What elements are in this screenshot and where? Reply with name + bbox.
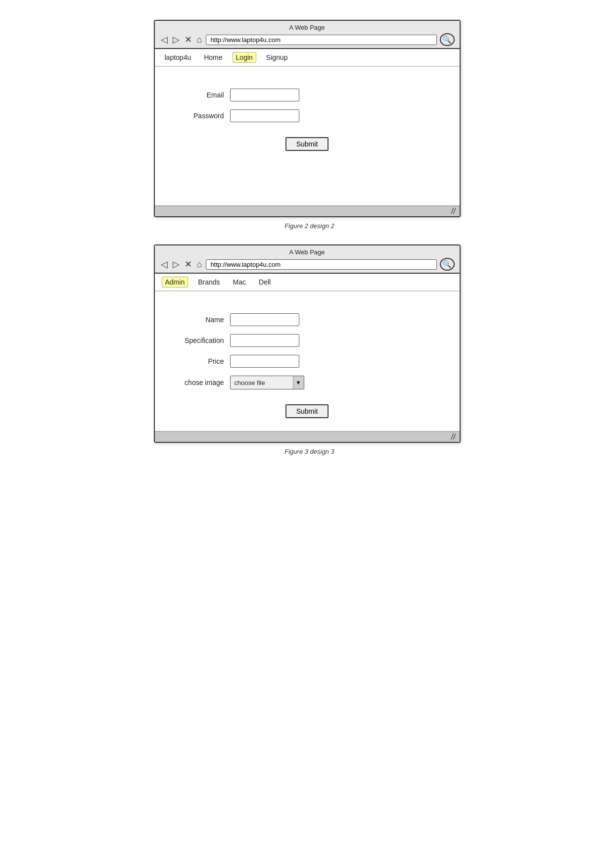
- form-group-name: Name: [170, 313, 445, 326]
- browser-navbar-2: laptop4u Home Login Signup: [155, 49, 460, 67]
- browser-titlebar-2: A Web Page ◁ ▷ ✕ ⌂ 🔍: [155, 21, 460, 49]
- browser-window-figure3: A Web Page ◁ ▷ ✕ ⌂ 🔍 Admin Brands Mac De…: [154, 244, 461, 443]
- submit-row-3: Submit: [170, 404, 445, 418]
- name-label: Name: [170, 316, 224, 324]
- name-input[interactable]: [230, 313, 299, 326]
- password-label: Password: [170, 112, 224, 120]
- resize-icon-2: //: [451, 207, 456, 216]
- home-button-2[interactable]: ⌂: [196, 35, 203, 44]
- browser-footer-3: //: [155, 431, 460, 442]
- address-bar-3[interactable]: [206, 259, 436, 270]
- figure3-caption: Figure 3 design 3: [284, 448, 334, 455]
- forward-button-3[interactable]: ▷: [172, 260, 181, 269]
- figure2-caption: Figure 2 design 2: [284, 222, 334, 230]
- specification-input[interactable]: [230, 334, 299, 347]
- specification-label: Specification: [170, 337, 224, 344]
- form-group-price: Price: [170, 355, 445, 368]
- submit-button-2[interactable]: Submit: [285, 137, 329, 151]
- browser-titlebar-3: A Web Page ◁ ▷ ✕ ⌂ 🔍: [155, 245, 460, 274]
- nav-login-2[interactable]: Login: [233, 52, 256, 63]
- forward-button-2[interactable]: ▷: [172, 35, 181, 44]
- email-label: Email: [170, 91, 224, 99]
- chose-image-label: chose image: [170, 379, 224, 386]
- browser-footer-2: //: [155, 205, 460, 216]
- form-group-image: chose image choose file ▼: [170, 376, 445, 389]
- nav-home-2[interactable]: Home: [201, 52, 225, 62]
- browser-window-figure2: A Web Page ◁ ▷ ✕ ⌂ 🔍 laptop4u Home Login…: [154, 20, 461, 217]
- nav-admin-3[interactable]: Admin: [162, 277, 189, 288]
- browser-content-3: Name Specification Price chose image cho…: [155, 291, 460, 431]
- nav-dell-3[interactable]: Dell: [256, 277, 274, 287]
- search-icon-2: 🔍: [442, 35, 452, 44]
- search-button-3[interactable]: 🔍: [440, 258, 455, 271]
- submit-row-2: Submit: [170, 137, 445, 151]
- nav-laptop4u-2[interactable]: laptop4u: [162, 52, 194, 62]
- price-label: Price: [170, 357, 224, 365]
- browser-title-3: A Web Page: [289, 248, 325, 256]
- page: A Web Page ◁ ▷ ✕ ⌂ 🔍 laptop4u Home Login…: [20, 20, 594, 470]
- choose-file-wrapper[interactable]: choose file ▼: [230, 376, 304, 389]
- form-group-specification: Specification: [170, 334, 445, 347]
- close-button-3[interactable]: ✕: [184, 260, 193, 269]
- price-input[interactable]: [230, 355, 299, 368]
- back-button-2[interactable]: ◁: [160, 35, 169, 44]
- password-input[interactable]: [230, 109, 299, 122]
- address-bar-2[interactable]: [206, 35, 436, 45]
- submit-button-3[interactable]: Submit: [285, 404, 329, 418]
- home-button-3[interactable]: ⌂: [196, 260, 203, 269]
- browser-controls-row-2: ◁ ▷ ✕ ⌂ 🔍: [160, 33, 455, 46]
- search-icon-3: 🔍: [442, 260, 452, 269]
- browser-controls-row-3: ◁ ▷ ✕ ⌂ 🔍: [160, 258, 455, 271]
- search-button-2[interactable]: 🔍: [440, 33, 455, 46]
- form-group-password: Password: [170, 109, 445, 122]
- nav-signup-2[interactable]: Signup: [263, 52, 291, 62]
- browser-title-2: A Web Page: [289, 24, 325, 31]
- close-button-2[interactable]: ✕: [184, 35, 193, 44]
- nav-mac-3[interactable]: Mac: [230, 277, 249, 287]
- nav-brands-3[interactable]: Brands: [195, 277, 223, 287]
- choose-file-dropdown-arrow[interactable]: ▼: [293, 376, 304, 389]
- email-input[interactable]: [230, 89, 299, 101]
- form-group-email: Email: [170, 89, 445, 101]
- browser-navbar-3: Admin Brands Mac Dell: [155, 274, 460, 291]
- dropdown-arrow-icon: ▼: [296, 380, 301, 386]
- browser-content-2: Email Password Submit: [155, 67, 460, 205]
- choose-file-label[interactable]: choose file: [231, 379, 293, 386]
- back-button-3[interactable]: ◁: [160, 260, 169, 269]
- resize-icon-3: //: [451, 433, 456, 441]
